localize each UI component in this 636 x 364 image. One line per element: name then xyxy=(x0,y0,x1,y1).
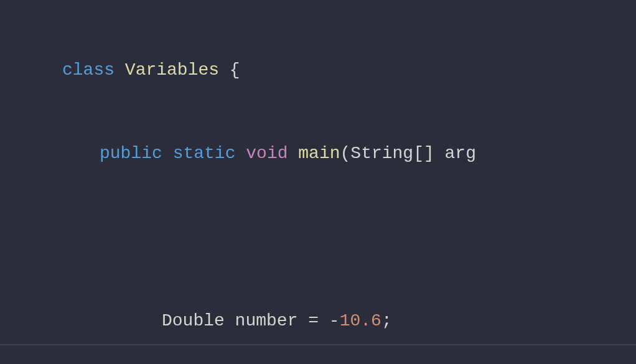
keyword-class: class xyxy=(62,60,115,80)
code-editor[interactable]: class Variables { public static void mai… xyxy=(0,0,636,364)
minus-sign: - xyxy=(329,311,340,330)
keyword-public: public xyxy=(100,144,162,163)
panel-divider xyxy=(0,344,636,345)
code-line-1: class Variables { xyxy=(0,56,636,84)
open-brace: { xyxy=(219,60,240,80)
method-main: main xyxy=(298,144,340,163)
code-line-3: Double number = -10.6; xyxy=(0,307,636,335)
code-line-blank-1 xyxy=(0,223,636,251)
number-literal: 10.6 xyxy=(340,311,381,330)
var-decl: Double number = xyxy=(162,311,329,330)
code-line-2: public static void main(String[] arg xyxy=(0,139,636,167)
keyword-void: void xyxy=(246,144,288,163)
class-name: Variables xyxy=(125,60,219,80)
keyword-static: static xyxy=(173,144,236,163)
method-params: (String[] arg xyxy=(340,144,476,163)
semicolon: ; xyxy=(381,311,392,330)
